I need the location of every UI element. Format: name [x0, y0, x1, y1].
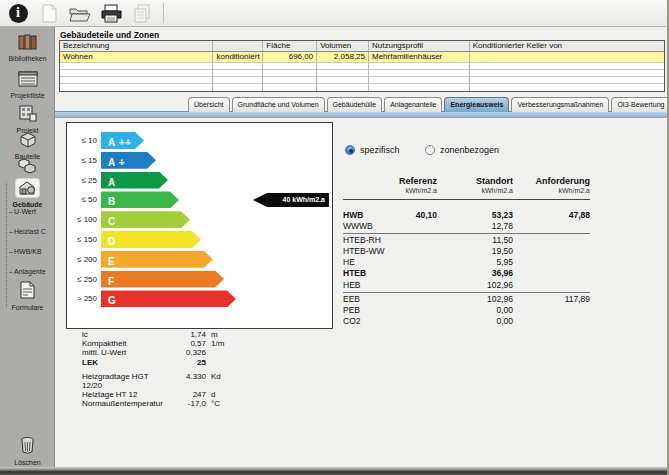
radio-unselected-icon [425, 145, 435, 155]
energy-class-row: ≤ 10A ++ [67, 132, 332, 149]
form-icon [17, 280, 38, 300]
delete-label: Löschen [0, 459, 55, 467]
result-row-eeb: EEB102,96117,89 [343, 294, 590, 305]
tab-uebersicht[interactable]: Übersicht [188, 97, 230, 112]
energy-bar: B [101, 191, 179, 208]
sidebar-item-projektliste[interactable]: Projektliste [0, 70, 55, 100]
radio-spezifisch[interactable]: spezifisch [345, 145, 400, 155]
new-document-icon[interactable] [37, 2, 61, 24]
result-row-hteb-ww: HTEB-WW19,50 [343, 246, 590, 257]
energy-bar: C [101, 211, 190, 228]
energy-bar: A + [101, 152, 156, 169]
sidebar-item-label: Bibliotheken [0, 55, 55, 63]
energy-class-row: ≤ 15A + [67, 152, 332, 169]
sidebar-subitem-hwb-kb[interactable]: HWB/KB [9, 248, 55, 256]
tab-verbesserungsmassnahmen[interactable]: Verbesserungsmaßnahmen [511, 97, 609, 112]
zones-table: Bezeichnung Fläche Volumen Nutzungsprofi… [59, 40, 665, 92]
radio-zonenbezogen[interactable]: zonenbezogen [425, 145, 499, 155]
tab-bar: Übersicht Grundfläche und Volumen Gebäud… [188, 97, 669, 112]
result-row-he: HE5,95 [343, 257, 590, 268]
tab-gebaeudehuelle[interactable]: Gebäudehülle [327, 97, 383, 112]
results-separator [343, 292, 590, 293]
zones-header-row: Bezeichnung Fläche Volumen Nutzungsprofi… [60, 41, 664, 52]
energy-class-row: ≤ 100C [67, 211, 332, 228]
toolbar-separator [163, 3, 164, 23]
column-header: Fläche [263, 41, 317, 51]
figure-row-lek: LEK25 [82, 358, 232, 367]
figure-row-normaussentemperatur: Normaußentemperatur-17,0°C [82, 399, 232, 408]
sidebar-item-formulare[interactable]: Formulare [0, 280, 55, 312]
column-header: Nutzungsprofil [369, 41, 470, 51]
energy-class-row: ≤ 25A [67, 172, 332, 189]
zone-row-empty[interactable] [60, 84, 664, 91]
zone-row-empty[interactable] [60, 63, 664, 70]
sidebar-item-label: Formulare [0, 304, 55, 312]
print-icon[interactable] [99, 2, 123, 24]
copy-icon[interactable] [130, 2, 154, 24]
cubes-icon [16, 157, 39, 175]
application-window: i Bibliotheken Projektliste [0, 0, 669, 475]
energy-bar: A ++ [101, 132, 144, 149]
result-row-wwwb: WWWB12,78 [343, 221, 590, 232]
energy-class-row: ≤ 200E [67, 251, 332, 268]
list-window-icon [16, 70, 40, 88]
sidebar-subitem-u-wert[interactable]: U-Wert [9, 208, 55, 216]
figure-row-u-wert: mittl. U-Wert0,326 [82, 348, 232, 357]
sidebar-item-gebaeude[interactable]: Gebäude [0, 179, 55, 209]
figure-row-kompaktheit: Kompaktheit0,571/m [82, 339, 232, 348]
sidebar-item-bibliotheken[interactable]: Bibliotheken [0, 33, 55, 63]
energy-bar: A [101, 172, 168, 189]
tab-underline-strip [55, 111, 669, 118]
sidebar-item-label: Projektliste [0, 92, 55, 100]
column-header: Volumen [317, 41, 369, 51]
energy-bar: G [101, 290, 236, 307]
tab-energieausweis[interactable]: Energieausweis [444, 97, 509, 112]
energy-class-row: > 250G [67, 290, 332, 307]
figure-row-heiztage: Heiztage HT 12247d [82, 390, 232, 399]
results-header: ReferenzkWh/m2.a StandortkWh/m2.a Anford… [343, 176, 590, 200]
result-row-hteb: HTEB36,96 [343, 268, 590, 279]
radio-selected-icon [345, 145, 355, 155]
energy-class-row: ≤ 150D [67, 231, 332, 248]
key-figures: lc1,74m Kompaktheit0,571/m mittl. U-Wert… [82, 330, 232, 409]
results-separator [343, 233, 590, 234]
result-row-hteb-rh: HTEB-RH11,50 [343, 235, 590, 246]
zone-row-empty[interactable] [60, 70, 664, 77]
results-table: HWB40,1053,2347,88 WWWB12,78 HTEB-RH11,5… [343, 210, 590, 327]
tab-oi3-bewertung[interactable]: OI3-Bewertung [611, 97, 669, 112]
column-header: Konditionierter Keller von [470, 41, 664, 51]
open-folder-icon[interactable] [68, 2, 92, 24]
column-header: Bezeichnung [60, 41, 213, 51]
energy-class-row: ≤ 250F [67, 271, 332, 288]
energy-bar: F [101, 271, 224, 288]
zone-row-selected[interactable]: Wohnen konditioniert 696,00 2.058,25 Meh… [60, 52, 664, 63]
trash-icon [18, 435, 37, 455]
energy-value-marker: 40 kWh/m2.a [253, 193, 329, 207]
result-row-co2: CO20,00 [343, 316, 590, 327]
window-bottom-edge [0, 467, 669, 475]
house-icon [16, 179, 39, 197]
sidebar: Bibliotheken Projektliste Projekt Bautei… [0, 27, 55, 467]
toolbar: i [0, 0, 669, 27]
tab-anlagenanteile[interactable]: Anlagenanteile [384, 97, 442, 112]
sidebar-subitem-heizlast[interactable]: Heizlast C [9, 228, 55, 236]
energy-scale-chart: ≤ 10A ++ ≤ 15A + ≤ 25A ≤ 50B ≤ 100C ≤ 15… [66, 122, 333, 329]
tab-grundflaeche-und-volumen[interactable]: Grundfläche und Volumen [232, 97, 325, 112]
building-icon [16, 104, 40, 123]
zones-panel-title: Gebäudeteile und Zonen [60, 30, 159, 40]
result-row-hwb: HWB40,1053,2347,88 [343, 210, 590, 221]
cube-icon [17, 131, 39, 149]
sidebar-subitem-anlagente[interactable]: Anlagente [9, 268, 55, 276]
books-icon [16, 33, 40, 51]
figure-row-lc: lc1,74m [82, 330, 232, 339]
column-header [213, 41, 263, 51]
energy-bar: E [101, 251, 213, 268]
zone-row-empty[interactable] [60, 77, 664, 84]
info-icon[interactable]: i [6, 2, 30, 24]
result-row-peb: PEB0,00 [343, 305, 590, 316]
result-row-heb: HEB102,96 [343, 280, 590, 291]
figure-row-heizgradtage: Heizgradtage HGT 12/204.330Kd [82, 372, 232, 390]
delete-button[interactable]: Löschen [0, 435, 55, 467]
energy-bar: D [101, 231, 201, 248]
